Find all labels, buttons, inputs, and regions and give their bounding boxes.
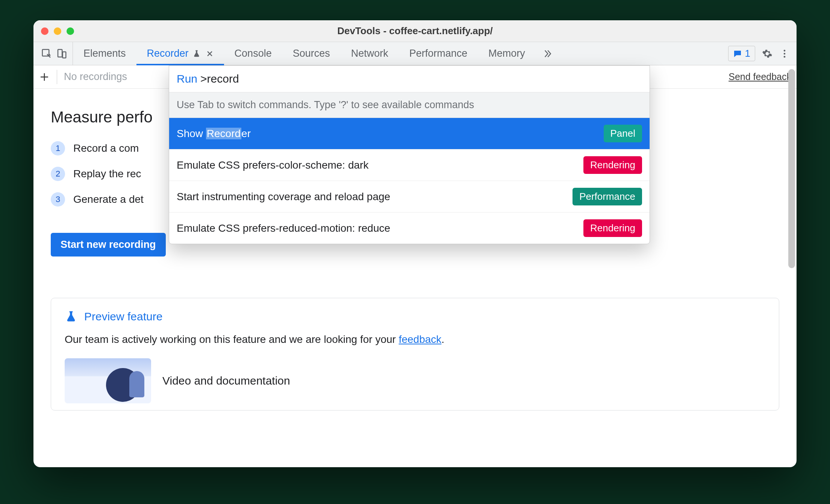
step-label: Generate a det (73, 193, 144, 205)
toggle-device-icon[interactable] (56, 48, 67, 59)
svg-point-5 (784, 56, 786, 57)
command-palette-input-row[interactable]: Run >record (169, 66, 650, 92)
tab-label: Recorder (147, 48, 189, 59)
step-number: 2 (51, 167, 65, 181)
svg-point-4 (784, 53, 786, 54)
svg-point-3 (784, 50, 786, 51)
more-tabs-button[interactable] (536, 42, 559, 65)
tab-network[interactable]: Network (341, 42, 399, 65)
palette-item-label: Emulate CSS prefers-color-scheme: dark (177, 159, 368, 171)
tab-label: Sources (293, 48, 330, 59)
preview-description: Our team is actively working on this fea… (65, 333, 765, 346)
preview-feature-card: Preview feature Our team is actively wor… (51, 298, 779, 410)
divider (57, 70, 57, 84)
palette-item-badge: Panel (604, 125, 642, 142)
tab-elements[interactable]: Elements (73, 42, 136, 65)
tab-label: Performance (409, 48, 468, 59)
traffic-close[interactable] (41, 27, 48, 35)
tab-performance[interactable]: Performance (399, 42, 478, 65)
palette-item-coverage[interactable]: Start instrumenting coverage and reload … (169, 181, 650, 213)
tab-memory[interactable]: Memory (478, 42, 536, 65)
tab-console[interactable]: Console (224, 42, 282, 65)
palette-item-label: Start instrumenting coverage and reload … (177, 191, 390, 203)
settings-gear-icon[interactable] (762, 48, 772, 59)
new-recording-plus-icon[interactable] (39, 71, 50, 83)
video-label: Video and documentation (162, 374, 290, 387)
traffic-minimize[interactable] (54, 27, 61, 35)
palette-item-badge: Performance (573, 188, 642, 205)
feedback-link[interactable]: feedback (399, 333, 442, 345)
palette-item-emulate-dark[interactable]: Emulate CSS prefers-color-scheme: dark R… (169, 149, 650, 181)
recorder-toolbar: No recordings Send feedback Run >record … (33, 65, 797, 89)
tab-label: Console (235, 48, 272, 59)
traffic-zoom[interactable] (67, 27, 74, 35)
devtools-tabstrip: Elements Recorder Console Sources Networ… (33, 42, 797, 65)
preview-title-text: Preview feature (84, 310, 162, 323)
palette-item-badge: Rendering (583, 156, 642, 174)
tab-sources[interactable]: Sources (282, 42, 341, 65)
palette-prompt-label: Run (177, 72, 197, 85)
messages-count: 1 (745, 48, 750, 59)
start-new-recording-button[interactable]: Start new recording (51, 233, 166, 257)
command-palette: Run >record Use Tab to switch commands. … (169, 65, 650, 244)
window-title: DevTools - coffee-cart.netlify.app/ (33, 25, 797, 37)
palette-item-label: Emulate CSS prefers-reduced-motion: redu… (177, 222, 390, 234)
tab-label: Memory (488, 48, 525, 59)
message-icon (733, 49, 742, 58)
palette-item-show-recorder[interactable]: Show Recorder Panel (169, 118, 650, 149)
tab-label: Elements (83, 48, 126, 59)
chevron-double-right-icon (542, 48, 553, 59)
no-recordings-label: No recordings (64, 71, 127, 83)
inspect-element-icon[interactable] (41, 48, 52, 59)
vertical-scrollbar[interactable] (788, 69, 795, 268)
tab-recorder[interactable]: Recorder (136, 42, 224, 65)
step-number: 3 (51, 192, 65, 207)
flask-icon (65, 310, 77, 323)
close-tab-icon[interactable] (206, 50, 214, 57)
devtools-window: DevTools - coffee-cart.netlify.app/ Elem… (33, 20, 797, 467)
palette-item-badge: Rendering (583, 219, 642, 237)
titlebar: DevTools - coffee-cart.netlify.app/ (33, 20, 797, 42)
messages-chip[interactable]: 1 (728, 46, 755, 61)
step-label: Replay the rec (73, 168, 141, 180)
send-feedback-link[interactable]: Send feedback (729, 71, 791, 82)
kebab-menu-icon[interactable] (779, 48, 790, 59)
svg-rect-2 (63, 52, 66, 58)
palette-hint: Use Tab to switch commands. Type '?' to … (169, 92, 650, 118)
step-label: Record a com (73, 142, 139, 154)
palette-query: >record (200, 72, 239, 85)
step-number: 1 (51, 141, 65, 155)
video-thumbnail[interactable] (65, 358, 151, 403)
palette-item-reduced-motion[interactable]: Emulate CSS prefers-reduced-motion: redu… (169, 213, 650, 244)
svg-rect-1 (58, 49, 62, 57)
experiment-flask-icon (192, 50, 201, 58)
palette-item-label: Show Recorder (177, 128, 251, 140)
tab-label: Network (351, 48, 388, 59)
